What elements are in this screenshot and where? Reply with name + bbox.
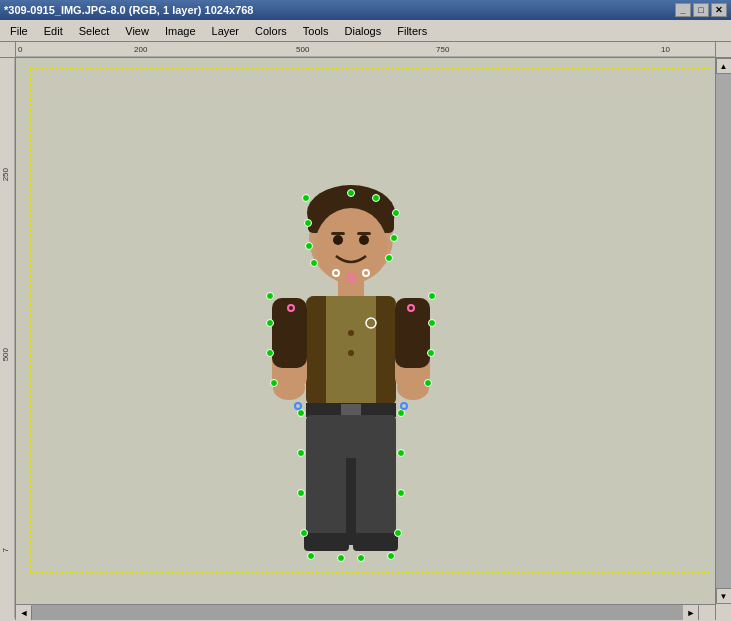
minimize-button[interactable]: _ [675, 3, 691, 17]
svg-point-56 [395, 530, 402, 537]
svg-point-57 [388, 553, 395, 560]
ruler-h-svg: // rendered via JS below [16, 42, 715, 58]
menu-select[interactable]: Select [71, 23, 118, 39]
svg-point-31 [373, 195, 380, 202]
ruler-v-mark-250: 250 [1, 168, 10, 181]
top-ruler-row: 0 200 500 750 10 // rendered via JS belo… [0, 42, 731, 58]
svg-point-46 [425, 380, 432, 387]
menu-filters[interactable]: Filters [389, 23, 435, 39]
svg-rect-10 [357, 232, 371, 235]
menu-colors[interactable]: Colors [247, 23, 295, 39]
svg-point-36 [305, 220, 312, 227]
svg-point-49 [298, 490, 305, 497]
lego-figure-svg [256, 178, 446, 598]
ruler-top-right-corner [715, 42, 731, 58]
canvas-main: ◄ ► [16, 58, 715, 620]
svg-point-53 [398, 410, 405, 417]
svg-rect-29 [353, 533, 398, 551]
scroll-down-button[interactable]: ▼ [716, 588, 732, 604]
menu-tools[interactable]: Tools [295, 23, 337, 39]
svg-point-40 [267, 320, 274, 327]
canvas-container[interactable]: ◄ ► [16, 58, 715, 620]
svg-point-7 [333, 235, 343, 245]
title-bar-controls: _ □ ✕ [675, 3, 727, 17]
svg-point-54 [398, 450, 405, 457]
svg-rect-28 [304, 533, 349, 551]
svg-point-42 [271, 380, 278, 387]
svg-point-39 [267, 293, 274, 300]
menu-view[interactable]: View [117, 23, 157, 39]
scroll-up-button[interactable]: ▲ [716, 58, 732, 74]
ruler-corner [0, 42, 16, 58]
menu-bar: File Edit Select View Image Layer Colors… [0, 20, 731, 42]
svg-rect-9 [331, 232, 345, 235]
h-scroll-corner [699, 605, 715, 620]
svg-point-65 [295, 403, 301, 409]
maximize-button[interactable]: □ [693, 3, 709, 17]
svg-point-55 [398, 490, 405, 497]
scroll-right-button[interactable]: ► [683, 605, 699, 620]
menu-edit[interactable]: Edit [36, 23, 71, 39]
svg-point-48 [298, 450, 305, 457]
svg-rect-20 [272, 298, 307, 368]
svg-point-50 [301, 530, 308, 537]
svg-point-17 [348, 350, 354, 356]
h-scrollbar: ◄ ► [16, 604, 715, 620]
menu-file[interactable]: File [2, 23, 36, 39]
svg-point-41 [267, 350, 274, 357]
svg-point-43 [429, 293, 436, 300]
svg-point-64 [401, 403, 407, 409]
svg-point-37 [306, 243, 313, 250]
svg-point-32 [393, 210, 400, 217]
scroll-left-button[interactable]: ◄ [16, 605, 32, 620]
svg-point-44 [429, 320, 436, 327]
svg-rect-1 [0, 58, 16, 618]
ruler-v-mark-500: 500 [1, 348, 10, 361]
title-bar: *309-0915_IMG.JPG-8.0 (RGB, 1 layer) 102… [0, 0, 731, 20]
svg-rect-27 [346, 458, 356, 545]
svg-point-34 [386, 255, 393, 262]
svg-point-30 [348, 190, 355, 197]
close-button[interactable]: ✕ [711, 3, 727, 17]
left-ruler: 250 500 7 [0, 58, 16, 620]
svg-point-16 [348, 330, 354, 336]
svg-point-6 [315, 208, 387, 284]
svg-point-23 [397, 376, 429, 400]
menu-dialogs[interactable]: Dialogs [337, 23, 390, 39]
svg-point-52 [338, 555, 345, 562]
v-scroll-corner [716, 604, 732, 620]
v-scroll-track[interactable] [716, 74, 732, 588]
svg-point-8 [359, 235, 369, 245]
ruler-v-mark-7: 7 [1, 548, 10, 552]
svg-point-47 [298, 410, 305, 417]
svg-point-51 [308, 553, 315, 560]
svg-rect-21 [395, 298, 430, 368]
window-title: *309-0915_IMG.JPG-8.0 (RGB, 1 layer) 102… [4, 4, 253, 16]
menu-image[interactable]: Image [157, 23, 204, 39]
svg-point-33 [391, 235, 398, 242]
v-scrollbar: ▲ ▼ [715, 58, 731, 620]
svg-rect-25 [341, 404, 361, 416]
left-ruler-svg [0, 58, 16, 618]
svg-point-35 [303, 195, 310, 202]
main-layout: 0 200 500 750 10 // rendered via JS belo… [0, 42, 731, 619]
h-scroll-track[interactable] [32, 605, 683, 620]
svg-point-38 [311, 260, 318, 267]
svg-point-58 [358, 555, 365, 562]
svg-point-45 [428, 350, 435, 357]
menu-layer[interactable]: Layer [204, 23, 248, 39]
canvas-section: 250 500 7 [0, 58, 731, 620]
top-ruler: 0 200 500 750 10 // rendered via JS belo… [16, 42, 715, 58]
svg-point-22 [273, 376, 305, 400]
